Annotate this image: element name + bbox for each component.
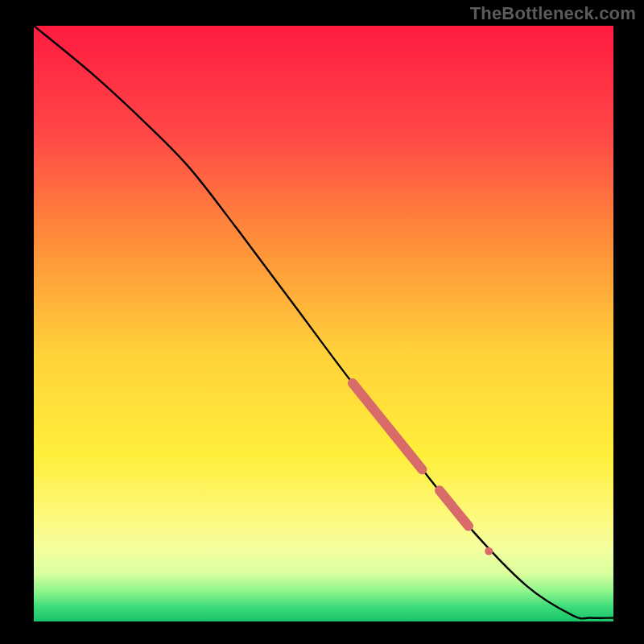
chart-svg — [0, 0, 644, 644]
chart-stage: TheBottleneck.com — [0, 0, 644, 644]
plot-background — [34, 26, 613, 621]
highlight-dot-c — [485, 547, 493, 555]
